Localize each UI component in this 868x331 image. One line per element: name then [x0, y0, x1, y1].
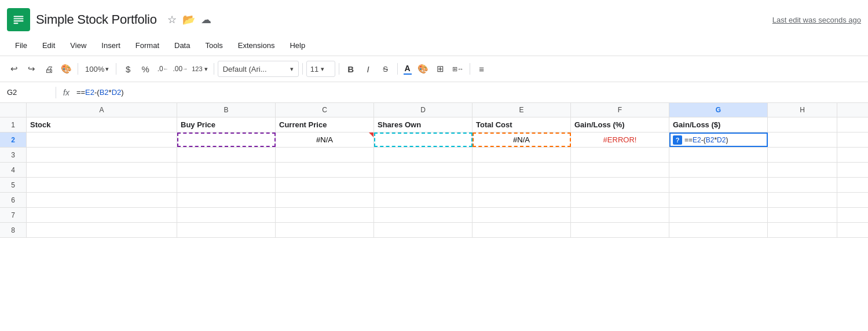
- cell-d6[interactable]: [374, 193, 473, 207]
- cell-f6[interactable]: [571, 193, 669, 207]
- cell-c4[interactable]: [276, 163, 374, 177]
- cell-e8[interactable]: [473, 223, 571, 237]
- cell-g1[interactable]: Gain/Loss ($): [669, 117, 768, 132]
- row-num-8[interactable]: 8: [0, 223, 27, 237]
- cell-e3[interactable]: [473, 148, 571, 162]
- cell-h5[interactable]: [768, 178, 837, 192]
- col-header-h[interactable]: H: [768, 103, 837, 117]
- format-percent-button[interactable]: %: [137, 61, 153, 77]
- cell-e7[interactable]: [473, 208, 571, 222]
- fill-color-button[interactable]: 🎨: [415, 61, 431, 77]
- cell-g2[interactable]: ? ==E2-(B2*D2): [669, 133, 768, 147]
- cell-d5[interactable]: [374, 178, 473, 192]
- print-button[interactable]: 🖨: [41, 61, 57, 77]
- cell-g8[interactable]: [669, 223, 768, 237]
- cell-d2[interactable]: [374, 133, 473, 147]
- cell-reference-input[interactable]: [5, 87, 51, 98]
- align-button[interactable]: ≡: [474, 61, 490, 77]
- cell-e4[interactable]: [473, 163, 571, 177]
- cell-a4[interactable]: [27, 163, 177, 177]
- menu-insert[interactable]: Insert: [94, 39, 127, 52]
- menu-data[interactable]: Data: [167, 39, 197, 52]
- cell-e6[interactable]: [473, 193, 571, 207]
- format-decimal-less-button[interactable]: .0←: [155, 61, 171, 77]
- cell-g7[interactable]: [669, 208, 768, 222]
- cell-a3[interactable]: [27, 148, 177, 162]
- bold-button[interactable]: B: [343, 61, 359, 77]
- cell-a6[interactable]: [27, 193, 177, 207]
- cell-d1[interactable]: Shares Own: [374, 117, 473, 132]
- cell-g5[interactable]: [669, 178, 768, 192]
- cell-a5[interactable]: [27, 178, 177, 192]
- cell-c8[interactable]: [276, 223, 374, 237]
- row-num-2[interactable]: 2: [0, 133, 27, 147]
- cell-d4[interactable]: [374, 163, 473, 177]
- cell-c7[interactable]: [276, 208, 374, 222]
- cell-e5[interactable]: [473, 178, 571, 192]
- col-header-b[interactable]: B: [177, 103, 276, 117]
- cell-b8[interactable]: [177, 223, 276, 237]
- cell-g3[interactable]: [669, 148, 768, 162]
- cell-f5[interactable]: [571, 178, 669, 192]
- star-icon[interactable]: ☆: [167, 13, 177, 26]
- cell-f7[interactable]: [571, 208, 669, 222]
- cell-d8[interactable]: [374, 223, 473, 237]
- cell-b4[interactable]: [177, 163, 276, 177]
- cell-g4[interactable]: [669, 163, 768, 177]
- menu-view[interactable]: View: [63, 39, 93, 52]
- borders-button[interactable]: ⊞: [433, 61, 449, 77]
- zoom-select[interactable]: 100% ▾: [82, 61, 112, 77]
- cell-f1[interactable]: Gain/Loss (%): [571, 117, 669, 132]
- cell-h8[interactable]: [768, 223, 837, 237]
- cell-a1[interactable]: Stock: [27, 117, 177, 132]
- cell-b2[interactable]: [177, 133, 276, 147]
- cell-h6[interactable]: [768, 193, 837, 207]
- undo-button[interactable]: ↩: [6, 61, 22, 77]
- cell-h7[interactable]: [768, 208, 837, 222]
- col-header-a[interactable]: A: [27, 103, 177, 117]
- menu-edit[interactable]: Edit: [35, 39, 62, 52]
- menu-help[interactable]: Help: [283, 39, 312, 52]
- row-num-3[interactable]: 3: [0, 148, 27, 162]
- menu-file[interactable]: File: [8, 39, 34, 52]
- cell-c6[interactable]: [276, 193, 374, 207]
- cell-a8[interactable]: [27, 223, 177, 237]
- cell-b3[interactable]: [177, 148, 276, 162]
- paint-format-button[interactable]: 🎨: [58, 61, 74, 77]
- cell-h4[interactable]: [768, 163, 837, 177]
- cell-a2[interactable]: [27, 133, 177, 147]
- cell-c5[interactable]: [276, 178, 374, 192]
- cell-b1[interactable]: Buy Price: [177, 117, 276, 132]
- format-more-button[interactable]: 123 ▾: [189, 61, 210, 77]
- cell-b5[interactable]: [177, 178, 276, 192]
- cell-d3[interactable]: [374, 148, 473, 162]
- cell-f8[interactable]: [571, 223, 669, 237]
- cloud-icon[interactable]: ☁: [201, 13, 211, 26]
- cell-h1[interactable]: [768, 117, 837, 132]
- col-header-c[interactable]: C: [276, 103, 374, 117]
- cell-e1[interactable]: Total Cost: [473, 117, 571, 132]
- row-num-1[interactable]: 1: [0, 117, 27, 132]
- cell-d7[interactable]: [374, 208, 473, 222]
- font-select[interactable]: Default (Ari... ▾: [218, 61, 299, 77]
- cell-h3[interactable]: [768, 148, 837, 162]
- col-header-d[interactable]: D: [374, 103, 473, 117]
- cell-b6[interactable]: [177, 193, 276, 207]
- cell-a7[interactable]: [27, 208, 177, 222]
- cell-e2[interactable]: #N/A: [473, 133, 571, 147]
- text-color-button[interactable]: A: [401, 62, 414, 76]
- cell-f4[interactable]: [571, 163, 669, 177]
- col-header-e[interactable]: E: [473, 103, 571, 117]
- cell-f3[interactable]: [571, 148, 669, 162]
- row-num-6[interactable]: 6: [0, 193, 27, 207]
- row-num-4[interactable]: 4: [0, 163, 27, 177]
- format-dollar-button[interactable]: $: [120, 61, 136, 77]
- cell-c1[interactable]: Current Price: [276, 117, 374, 132]
- cell-f2[interactable]: #ERROR!: [571, 133, 669, 147]
- menu-tools[interactable]: Tools: [198, 39, 229, 52]
- cell-c3[interactable]: [276, 148, 374, 162]
- row-num-5[interactable]: 5: [0, 178, 27, 192]
- col-header-g[interactable]: G: [669, 103, 768, 117]
- cell-h2[interactable]: [768, 133, 837, 147]
- col-header-f[interactable]: F: [571, 103, 669, 117]
